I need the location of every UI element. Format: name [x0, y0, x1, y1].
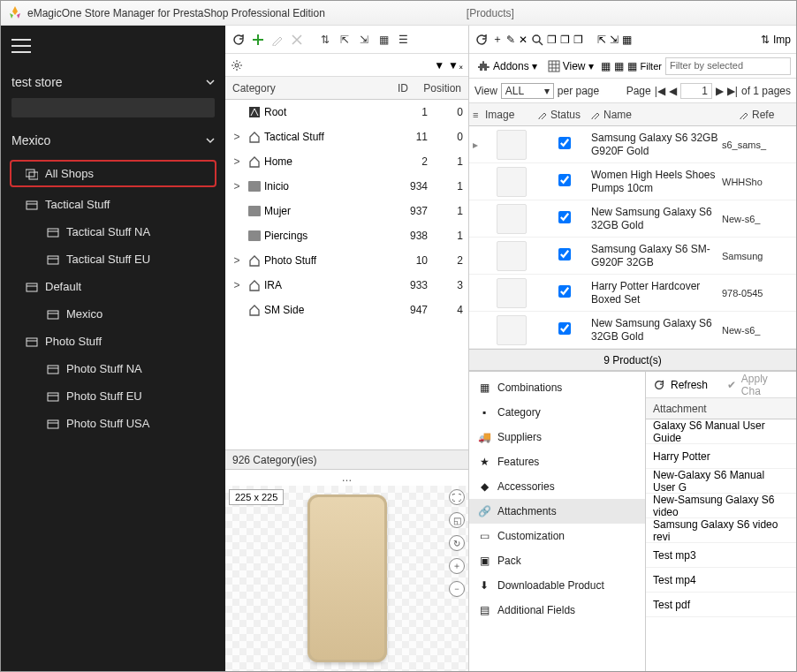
store-selector[interactable]: test store: [1, 66, 225, 98]
delete-button[interactable]: ✕: [519, 34, 528, 46]
status-checkbox[interactable]: [558, 174, 571, 186]
prev-page-button[interactable]: ◀: [669, 85, 677, 97]
apply-label[interactable]: Apply Cha: [741, 373, 789, 397]
export-icon[interactable]: ⇱: [337, 32, 353, 48]
tab-suppliers[interactable]: 🚚Suppliers: [469, 425, 645, 449]
search-button[interactable]: [531, 34, 543, 46]
shop-child[interactable]: Photo Stuff EU: [1, 382, 225, 410]
category-row[interactable]: >Photo Stuff102: [225, 248, 468, 273]
product-row[interactable]: Women High Heels Shoes Pumps 10cmWHHSho: [469, 163, 796, 200]
category-row[interactable]: Mujer9371: [225, 199, 468, 223]
category-row[interactable]: SM Side9474: [225, 298, 468, 322]
funnel-icon[interactable]: ▼: [434, 59, 444, 72]
filter-select[interactable]: Filter by selected: [665, 57, 791, 75]
all-shops-item[interactable]: All Shops: [10, 160, 216, 187]
product-row[interactable]: Harry Potter Hardcover Boxed Set978-0545: [469, 275, 796, 312]
attachment-row[interactable]: Test mp3: [646, 543, 796, 568]
attachment-row[interactable]: Test pdf: [646, 593, 796, 617]
next-page-button[interactable]: ▶: [716, 85, 724, 97]
sidebar-search-input[interactable]: [11, 98, 215, 117]
shop-child[interactable]: Mexico: [1, 300, 225, 328]
refresh-button[interactable]: [474, 33, 489, 47]
swap-icon[interactable]: ⇅: [761, 34, 770, 46]
attachment-row[interactable]: New-Samsung Galaxy S6 video: [646, 494, 796, 518]
clone-icon[interactable]: ❐: [560, 34, 570, 46]
tool-icon[interactable]: ▦: [627, 60, 637, 72]
shop-child[interactable]: Photo Stuff NA: [1, 355, 225, 382]
product-row[interactable]: New Samsung Galaxy S6 32GB GoldNew-s6_: [469, 312, 796, 349]
import-label[interactable]: Imp: [773, 34, 791, 46]
menu-icon[interactable]: ≡: [473, 109, 485, 120]
col-status[interactable]: Status: [538, 109, 591, 121]
rotate-icon[interactable]: ↻: [449, 535, 465, 551]
attachment-row[interactable]: Galaxy S6 Manual User Guide: [646, 419, 796, 444]
tab-additional-fields[interactable]: ▤Additional Fields: [469, 598, 645, 623]
category-row[interactable]: Root10: [225, 100, 468, 125]
attachments-header[interactable]: Attachment: [646, 398, 796, 419]
expand-toggle[interactable]: >: [231, 131, 243, 143]
page-input[interactable]: 1: [680, 83, 712, 99]
filter-icon[interactable]: ☰: [395, 32, 411, 48]
tool-icon[interactable]: ▦: [614, 60, 624, 72]
last-page-button[interactable]: ▶|: [727, 85, 738, 97]
hamburger-button[interactable]: [1, 26, 225, 66]
col-ref[interactable]: Refe: [740, 109, 793, 121]
expand-toggle[interactable]: >: [231, 155, 243, 168]
status-checkbox[interactable]: [558, 137, 571, 149]
refresh-button[interactable]: [231, 32, 247, 48]
tab-category[interactable]: ▪Category: [469, 400, 645, 425]
copy-icon[interactable]: ❐: [547, 34, 557, 46]
grid-icon[interactable]: ▦: [376, 32, 391, 48]
expand-toggle[interactable]: >: [231, 254, 243, 267]
product-row[interactable]: New Samsung Galaxy S6 32GB GoldNew-s6_: [469, 200, 796, 238]
zoom-in-icon[interactable]: ＋: [449, 558, 465, 574]
status-checkbox[interactable]: [558, 211, 571, 223]
status-checkbox[interactable]: [558, 285, 571, 298]
refresh-button[interactable]: [653, 379, 665, 391]
product-row[interactable]: ▸Samsung Galaxy S6 32GB G920F Golds6_sam…: [469, 126, 796, 163]
location-selector[interactable]: Mexico: [1, 125, 225, 156]
swap-icon[interactable]: ⇅: [317, 32, 333, 48]
zoom-out-icon[interactable]: －: [449, 581, 465, 597]
category-row[interactable]: Piercings9381: [225, 223, 468, 248]
tab-downloadable-product[interactable]: ⬇Downloadable Product: [469, 573, 645, 598]
tab-attachments[interactable]: 🔗Attachments: [469, 499, 645, 524]
category-header-pos[interactable]: Position: [408, 82, 461, 94]
funnel-clear-icon[interactable]: ▼ₓ: [448, 59, 463, 72]
attachment-row[interactable]: New-Galaxy S6 Manual User G: [646, 469, 796, 494]
perpage-select[interactable]: ALL▾: [501, 83, 554, 99]
tool-icon[interactable]: ▦: [601, 60, 611, 72]
import-icon[interactable]: ⇲: [356, 32, 372, 48]
category-row[interactable]: >Tactical Stuff110: [225, 125, 468, 149]
edit-button[interactable]: ✎: [506, 34, 515, 46]
shop-child[interactable]: Tactical Stuff NA: [1, 218, 225, 245]
add-button[interactable]: [250, 32, 266, 48]
product-row[interactable]: Samsung Galaxy S6 SM-G920F 32GBSamsung: [469, 238, 796, 275]
import-icon[interactable]: ⇲: [610, 34, 619, 46]
shop-child[interactable]: Tactical Stuff EU: [1, 245, 225, 273]
shop-group[interactable]: Default: [1, 273, 225, 300]
status-checkbox[interactable]: [558, 322, 571, 335]
delete-button[interactable]: [289, 32, 305, 48]
tab-features[interactable]: ★Features: [469, 449, 645, 474]
add-button[interactable]: ＋: [492, 32, 503, 47]
expand-toggle[interactable]: >: [231, 180, 243, 193]
export-icon[interactable]: ⇱: [597, 34, 606, 46]
check-icon[interactable]: ✔: [727, 379, 736, 391]
shop-group[interactable]: Tactical Stuff: [1, 191, 225, 218]
first-page-button[interactable]: |◀: [655, 85, 665, 97]
row-arrow[interactable]: ▸: [473, 139, 485, 151]
paste-icon[interactable]: ❐: [573, 34, 583, 46]
col-image[interactable]: Image: [485, 109, 538, 121]
shop-child[interactable]: Photo Stuff USA: [1, 410, 225, 437]
category-header-name[interactable]: Category: [232, 82, 364, 94]
shop-group[interactable]: Photo Stuff: [1, 328, 225, 355]
status-checkbox[interactable]: [558, 248, 571, 260]
category-row[interactable]: >IRA9333: [225, 273, 468, 298]
tab-combinations[interactable]: ▦Combinations: [469, 375, 645, 400]
view-button[interactable]: View ▾: [544, 58, 597, 74]
attachment-row[interactable]: Test mp4: [646, 568, 796, 593]
addons-button[interactable]: Addons ▾: [474, 58, 541, 74]
tab-accessories[interactable]: ◆Accessories: [469, 474, 645, 499]
splitter-dots[interactable]: …: [225, 469, 468, 486]
